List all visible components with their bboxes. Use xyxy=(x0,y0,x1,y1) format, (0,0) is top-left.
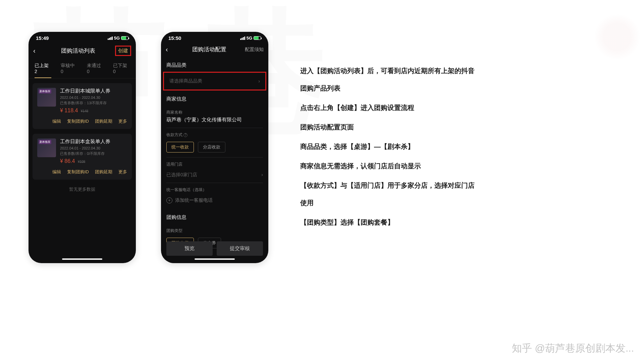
product-stock: 已售券数/库存：13/不限库存 xyxy=(60,101,127,106)
chevron-right-icon: › xyxy=(261,172,263,178)
instruction-line: 商品品类，选择【桌游】—【剧本杀】 xyxy=(300,138,478,155)
instruction-line: 商家信息无需选择，认领门店后自动显示 xyxy=(300,157,478,175)
preview-button[interactable]: 预览 xyxy=(166,241,213,256)
product-title: 工作日剧本盒装单人券 xyxy=(60,138,127,145)
payment-branch-chip[interactable]: 分店收款 xyxy=(198,142,225,153)
section-category: 商品品类 xyxy=(161,57,268,72)
store-selector[interactable]: 已选择0家门店 › xyxy=(161,169,268,183)
config-notice-link[interactable]: 配置须知 xyxy=(245,47,264,53)
instruction-text-block: 进入【团购活动列表】后，可看到店内近期所有上架的抖音团购产品列表 点击右上角【创… xyxy=(300,62,478,233)
tabs: 已上架 2 审核中 0 未通过 0 已下架 0 xyxy=(29,59,136,78)
store-value: 已选择0家门店 xyxy=(166,172,197,178)
instruction-line: 团购活动配置页面 xyxy=(300,118,478,136)
back-icon[interactable]: ‹ xyxy=(33,47,41,55)
product-old-price: ¥108 xyxy=(78,160,85,164)
product-price: ¥ 118.4 xyxy=(60,108,78,113)
edit-button[interactable]: 编辑 xyxy=(52,169,61,175)
tab-listed[interactable]: 已上架 2 xyxy=(35,63,51,78)
tab-rejected[interactable]: 未通过 0 xyxy=(87,63,104,78)
network-label: 5G xyxy=(247,36,252,41)
extend-button[interactable]: 团购延期 xyxy=(95,118,112,124)
copy-id-button[interactable]: 复制团购ID xyxy=(67,118,89,124)
instruction-line: 进入【团购活动列表】后，可看到店内近期所有上架的抖音团购产品列表 xyxy=(300,62,478,97)
nav-bar: ‹ 团购活动配置 配置须知 xyxy=(161,42,268,57)
merchant-name-label: 商家名称 xyxy=(161,106,268,117)
groupbuy-card[interactable]: 工作日剧本城限单人券 2022.04.01 - 2022.04.30 已售券数/… xyxy=(33,83,132,129)
category-selector[interactable]: 请选择商品品类 › xyxy=(163,72,266,90)
status-bar: 15:49 5G xyxy=(29,32,136,42)
home-indicator[interactable] xyxy=(62,258,102,260)
product-dates: 2022.04.01 - 2022.04.30 xyxy=(60,146,127,150)
groupbuy-type-label: 团购类型 xyxy=(161,224,268,235)
section-groupbuy: 团购信息 xyxy=(161,209,268,224)
network-label: 5G xyxy=(114,36,120,41)
product-thumbnail xyxy=(37,138,56,157)
more-button[interactable]: 更多 xyxy=(118,118,127,124)
product-thumbnail xyxy=(37,88,56,107)
status-time: 15:49 xyxy=(36,35,49,41)
back-icon[interactable]: ‹ xyxy=(166,46,174,53)
payment-label: 收款方式? xyxy=(161,128,268,139)
edit-button[interactable]: 编辑 xyxy=(52,118,61,124)
status-bar: 15:50 5G xyxy=(161,32,268,42)
product-title: 工作日剧本城限单人券 xyxy=(60,88,127,94)
help-icon[interactable]: ? xyxy=(183,133,187,137)
phone-screenshot-list: 15:49 5G ‹ 团购活动列表 创建 已上架 2 审核中 0 未通过 0 已… xyxy=(29,32,136,263)
merchant-name-value: 葫芦巷（宁夏）文化传播有限公司 xyxy=(161,117,268,128)
status-time: 15:50 xyxy=(168,35,181,41)
more-button[interactable]: 更多 xyxy=(118,169,127,175)
chevron-right-icon: › xyxy=(258,78,260,84)
copy-id-button[interactable]: 复制团购ID xyxy=(67,169,89,175)
product-stock: 已售券数/库存：0/不限库存 xyxy=(60,151,127,156)
product-price: ¥ 86.4 xyxy=(60,158,75,164)
instruction-line: 【团购类型】选择【团购套餐】 xyxy=(300,214,478,231)
add-phone-button[interactable]: + 添加统一客服电话 xyxy=(161,194,268,209)
page-title: 团购活动列表 xyxy=(61,47,95,55)
add-phone-text: 添加统一客服电话 xyxy=(175,197,213,203)
phone-screenshot-config: 15:50 5G ‹ 团购活动配置 配置须知 商品品类 请选择商品品类 › 商家… xyxy=(161,32,268,263)
tab-delisted[interactable]: 已下架 0 xyxy=(113,63,130,78)
create-button[interactable]: 创建 xyxy=(115,46,131,56)
instruction-line: 【收款方式】与【适用门店】用于多家分店，选择对应门店使用 xyxy=(300,177,478,212)
tab-reviewing[interactable]: 审核中 0 xyxy=(61,63,77,78)
signal-icon xyxy=(240,37,245,40)
battery-icon xyxy=(121,36,128,40)
payment-unified-chip[interactable]: 统一收款 xyxy=(166,142,194,153)
instruction-line: 点击右上角【创建】进入团购设置流程 xyxy=(300,99,478,116)
store-label: 适用门店 xyxy=(161,158,268,169)
section-merchant: 商家信息 xyxy=(161,90,268,106)
zhihu-watermark: 知乎 @葫芦巷原创剧本发... xyxy=(512,342,634,355)
empty-state: 暂无更多数据 xyxy=(29,186,136,192)
product-old-price: ¥148 xyxy=(81,109,88,113)
service-phone-label: 统一客服电话（选填） xyxy=(161,183,268,194)
category-placeholder: 请选择商品品类 xyxy=(169,78,202,84)
page-title: 团购活动配置 xyxy=(192,46,226,53)
home-indicator[interactable] xyxy=(195,258,235,260)
extend-button[interactable]: 团购延期 xyxy=(95,169,112,175)
groupbuy-card[interactable]: 工作日剧本盒装单人券 2022.04.01 - 2022.04.30 已售券数/… xyxy=(33,134,132,180)
plus-icon: + xyxy=(166,197,172,203)
product-dates: 2022.04.01 - 2022.04.30 xyxy=(60,96,127,100)
nav-bar: ‹ 团购活动列表 创建 xyxy=(29,42,136,59)
battery-icon xyxy=(254,36,261,40)
signal-icon xyxy=(108,37,113,40)
submit-review-button[interactable]: 提交审核 xyxy=(217,241,263,256)
seal-watermark xyxy=(594,13,641,60)
